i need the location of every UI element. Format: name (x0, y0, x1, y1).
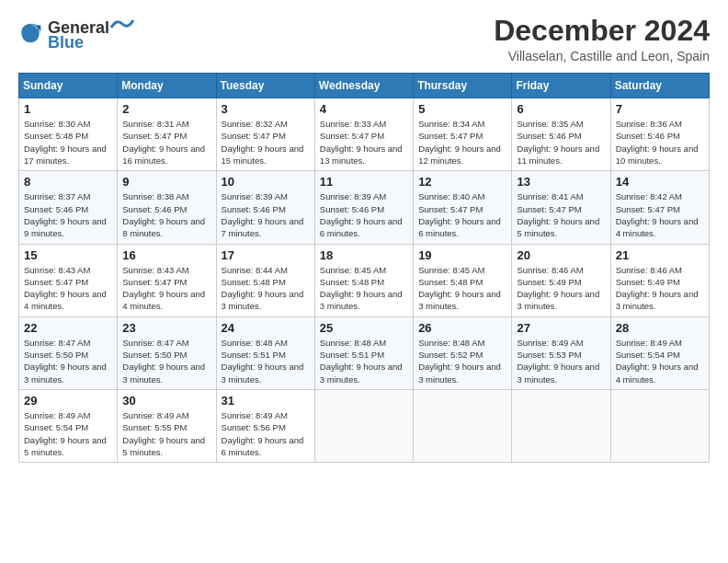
table-row: 15Sunrise: 8:43 AMSunset: 5:47 PMDayligh… (19, 244, 118, 316)
day-number: 22 (24, 321, 112, 335)
day-number: 26 (418, 321, 506, 335)
calendar-week-row: 22Sunrise: 8:47 AMSunset: 5:50 PMDayligh… (19, 316, 710, 389)
location-subtitle: Villaselan, Castille and Leon, Spain (494, 49, 710, 63)
day-info: Sunrise: 8:43 AMSunset: 5:47 PMDaylight:… (24, 264, 112, 313)
header-friday: Friday (512, 74, 610, 98)
calendar-week-row: 8Sunrise: 8:37 AMSunset: 5:46 PMDaylight… (19, 171, 710, 244)
logo-wave-icon (109, 15, 135, 33)
table-row (512, 389, 610, 462)
day-number: 24 (222, 321, 310, 335)
day-number: 23 (122, 321, 210, 335)
table-row: 24Sunrise: 8:48 AMSunset: 5:51 PMDayligh… (216, 316, 314, 389)
table-row: 8Sunrise: 8:37 AMSunset: 5:46 PMDaylight… (19, 171, 118, 244)
table-row: 17Sunrise: 8:44 AMSunset: 5:48 PMDayligh… (216, 244, 314, 316)
day-number: 13 (517, 175, 605, 189)
header-thursday: Thursday (414, 74, 512, 98)
table-row: 14Sunrise: 8:42 AMSunset: 5:47 PMDayligh… (610, 171, 709, 244)
day-info: Sunrise: 8:45 AMSunset: 5:48 PMDaylight:… (418, 264, 506, 313)
calendar-week-row: 1Sunrise: 8:30 AMSunset: 5:48 PMDaylight… (19, 98, 710, 171)
table-row: 21Sunrise: 8:46 AMSunset: 5:49 PMDayligh… (610, 244, 709, 316)
day-info: Sunrise: 8:35 AMSunset: 5:46 PMDaylight:… (517, 118, 605, 167)
day-number: 17 (222, 248, 310, 262)
day-number: 3 (222, 102, 310, 116)
day-info: Sunrise: 8:43 AMSunset: 5:47 PMDaylight:… (122, 264, 210, 313)
table-row: 28Sunrise: 8:49 AMSunset: 5:54 PMDayligh… (610, 316, 709, 389)
day-info: Sunrise: 8:38 AMSunset: 5:46 PMDaylight:… (122, 190, 210, 239)
table-row: 23Sunrise: 8:47 AMSunset: 5:50 PMDayligh… (118, 316, 216, 389)
table-row: 2Sunrise: 8:31 AMSunset: 5:47 PMDaylight… (118, 98, 216, 171)
day-number: 5 (418, 102, 506, 116)
header-sunday: Sunday (19, 74, 118, 98)
day-number: 10 (222, 175, 310, 189)
day-number: 28 (616, 321, 704, 335)
table-row: 4Sunrise: 8:33 AMSunset: 5:47 PMDaylight… (314, 98, 413, 171)
day-info: Sunrise: 8:31 AMSunset: 5:47 PMDaylight:… (122, 118, 210, 167)
logo-text: General Blue (48, 15, 135, 52)
weekday-header-row: Sunday Monday Tuesday Wednesday Thursday… (19, 74, 710, 98)
day-number: 25 (320, 321, 408, 335)
header-wednesday: Wednesday (314, 74, 413, 98)
title-area: December 2024 Villaselan, Castille and L… (494, 15, 710, 63)
table-row: 9Sunrise: 8:38 AMSunset: 5:46 PMDaylight… (118, 171, 216, 244)
day-number: 7 (616, 102, 704, 116)
header-tuesday: Tuesday (216, 74, 314, 98)
day-info: Sunrise: 8:49 AMSunset: 5:53 PMDaylight:… (517, 337, 605, 385)
day-info: Sunrise: 8:42 AMSunset: 5:47 PMDaylight:… (616, 190, 704, 239)
day-number: 15 (24, 248, 112, 262)
header: General Blue December 2024 Villaselan, C… (18, 15, 710, 63)
day-info: Sunrise: 8:47 AMSunset: 5:50 PMDaylight:… (24, 337, 112, 385)
day-number: 19 (418, 248, 506, 262)
day-info: Sunrise: 8:46 AMSunset: 5:49 PMDaylight:… (517, 264, 605, 313)
day-info: Sunrise: 8:49 AMSunset: 5:54 PMDaylight:… (616, 337, 704, 385)
day-number: 27 (517, 321, 605, 335)
calendar-table: Sunday Monday Tuesday Wednesday Thursday… (18, 73, 710, 463)
table-row: 19Sunrise: 8:45 AMSunset: 5:48 PMDayligh… (414, 244, 512, 316)
day-info: Sunrise: 8:49 AMSunset: 5:56 PMDaylight:… (222, 409, 310, 458)
table-row: 22Sunrise: 8:47 AMSunset: 5:50 PMDayligh… (19, 316, 118, 389)
table-row: 3Sunrise: 8:32 AMSunset: 5:47 PMDaylight… (216, 98, 314, 171)
day-info: Sunrise: 8:36 AMSunset: 5:46 PMDaylight:… (616, 118, 704, 167)
table-row: 20Sunrise: 8:46 AMSunset: 5:49 PMDayligh… (512, 244, 610, 316)
day-info: Sunrise: 8:49 AMSunset: 5:54 PMDaylight:… (24, 409, 112, 458)
table-row: 27Sunrise: 8:49 AMSunset: 5:53 PMDayligh… (512, 316, 610, 389)
table-row (414, 389, 512, 462)
day-info: Sunrise: 8:47 AMSunset: 5:50 PMDaylight:… (122, 337, 210, 385)
day-number: 2 (122, 102, 210, 116)
day-number: 20 (517, 248, 605, 262)
day-number: 6 (517, 102, 605, 116)
table-row: 10Sunrise: 8:39 AMSunset: 5:46 PMDayligh… (216, 171, 314, 244)
day-number: 9 (122, 175, 210, 189)
day-info: Sunrise: 8:41 AMSunset: 5:47 PMDaylight:… (517, 190, 605, 239)
day-number: 31 (222, 394, 310, 408)
day-number: 21 (616, 248, 704, 262)
table-row: 26Sunrise: 8:48 AMSunset: 5:52 PMDayligh… (414, 316, 512, 389)
table-row: 13Sunrise: 8:41 AMSunset: 5:47 PMDayligh… (512, 171, 610, 244)
header-saturday: Saturday (610, 74, 709, 98)
day-info: Sunrise: 8:37 AMSunset: 5:46 PMDaylight:… (24, 190, 112, 239)
table-row: 1Sunrise: 8:30 AMSunset: 5:48 PMDaylight… (19, 98, 118, 171)
logo: General Blue (18, 15, 135, 52)
calendar-week-row: 15Sunrise: 8:43 AMSunset: 5:47 PMDayligh… (19, 244, 710, 316)
day-number: 29 (24, 394, 112, 408)
day-info: Sunrise: 8:48 AMSunset: 5:51 PMDaylight:… (320, 337, 408, 385)
table-row: 31Sunrise: 8:49 AMSunset: 5:56 PMDayligh… (216, 389, 314, 462)
day-number: 4 (320, 102, 408, 116)
table-row (610, 389, 709, 462)
table-row: 25Sunrise: 8:48 AMSunset: 5:51 PMDayligh… (314, 316, 413, 389)
day-info: Sunrise: 8:34 AMSunset: 5:47 PMDaylight:… (418, 118, 506, 167)
table-row: 7Sunrise: 8:36 AMSunset: 5:46 PMDaylight… (610, 98, 709, 171)
table-row: 5Sunrise: 8:34 AMSunset: 5:47 PMDaylight… (414, 98, 512, 171)
table-row: 30Sunrise: 8:49 AMSunset: 5:55 PMDayligh… (118, 389, 216, 462)
day-info: Sunrise: 8:48 AMSunset: 5:52 PMDaylight:… (418, 337, 506, 385)
day-info: Sunrise: 8:44 AMSunset: 5:48 PMDaylight:… (222, 264, 310, 313)
day-info: Sunrise: 8:39 AMSunset: 5:46 PMDaylight:… (222, 190, 310, 239)
day-number: 8 (24, 175, 112, 189)
logo-icon (18, 20, 44, 46)
table-row: 18Sunrise: 8:45 AMSunset: 5:48 PMDayligh… (314, 244, 413, 316)
day-number: 12 (418, 175, 506, 189)
day-info: Sunrise: 8:30 AMSunset: 5:48 PMDaylight:… (24, 118, 112, 167)
table-row: 6Sunrise: 8:35 AMSunset: 5:46 PMDaylight… (512, 98, 610, 171)
day-number: 16 (122, 248, 210, 262)
month-title: December 2024 (494, 15, 710, 47)
day-info: Sunrise: 8:40 AMSunset: 5:47 PMDaylight:… (418, 190, 506, 239)
